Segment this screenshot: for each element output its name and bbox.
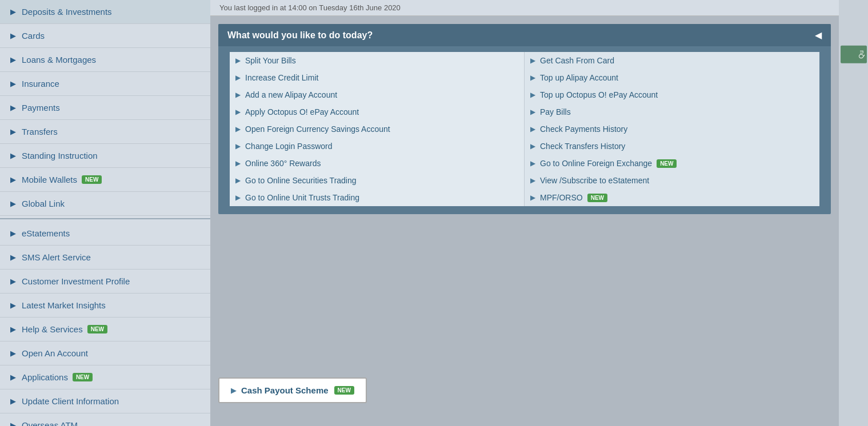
sidebar-item-label: Payments xyxy=(22,103,60,112)
arrow-icon: ▶ xyxy=(10,55,16,64)
arrow-icon: ▶ xyxy=(10,253,16,262)
new-badge: NEW xyxy=(657,159,677,168)
last-login-bar: You last logged in at 14:00 on Tuesday 1… xyxy=(210,0,839,16)
what-panel-header[interactable]: What would you like to do today? ◀ xyxy=(218,24,831,46)
arrow-icon: ▶ xyxy=(231,386,237,395)
sidebar-item-insurance[interactable]: ▶ Insurance xyxy=(0,72,210,96)
arrow-icon: ▶ xyxy=(10,103,16,112)
sidebar-item-cards[interactable]: ▶ Cards xyxy=(0,24,210,48)
cash-payout-box[interactable]: ▶ Cash Payout Scheme NEW xyxy=(218,377,367,403)
sidebar-item-customer-investment[interactable]: ▶ Customer Investment Profile xyxy=(0,270,210,294)
cash-payout-label[interactable]: Cash Payout Scheme xyxy=(241,385,329,395)
arrow-icon: ▶ xyxy=(10,325,16,333)
action-top-up-alipay[interactable]: ▶ Top up Alipay Account xyxy=(525,69,819,86)
action-label: Go to Online Foreign Exchange xyxy=(540,159,652,168)
quick-tab[interactable]: Qu xyxy=(841,46,867,63)
arrow-icon: ▶ xyxy=(530,125,535,133)
quick-tab-label: Qu xyxy=(858,50,865,59)
sidebar-item-standing-instruction[interactable]: ▶ Standing Instruction xyxy=(0,144,210,168)
collapse-arrow-icon[interactable]: ◀ xyxy=(815,30,822,41)
sidebar-item-applications[interactable]: ▶ Applications NEW xyxy=(0,365,210,389)
arrow-icon: ▶ xyxy=(10,229,16,238)
action-estatement[interactable]: ▶ View /Subscribe to eStatement xyxy=(525,172,819,189)
arrow-icon: ▶ xyxy=(10,277,16,286)
arrow-icon: ▶ xyxy=(10,199,16,208)
arrow-icon: ▶ xyxy=(235,125,241,133)
action-label: Top up Alipay Account xyxy=(540,73,618,82)
action-check-transfers[interactable]: ▶ Check Transfers History xyxy=(525,138,819,155)
sidebar: ▶ Deposits & Investments ▶ Cards ▶ Loans… xyxy=(0,0,210,426)
arrow-icon: ▶ xyxy=(235,74,241,82)
sidebar-item-label: Help & Services xyxy=(22,324,83,334)
sidebar-item-label: Transfers xyxy=(22,127,58,136)
arrow-icon: ▶ xyxy=(10,175,16,184)
arrow-icon: ▶ xyxy=(530,194,535,202)
action-unit-trusts[interactable]: ▶ Go to Online Unit Trusts Trading xyxy=(230,189,525,206)
arrow-icon: ▶ xyxy=(530,142,535,150)
action-label: MPF/ORSO xyxy=(540,193,583,202)
sidebar-item-sms-alert[interactable]: ▶ SMS Alert Service xyxy=(0,246,210,270)
sidebar-item-loans[interactable]: ▶ Loans & Mortgages xyxy=(0,48,210,72)
new-badge: NEW xyxy=(334,386,354,395)
action-increase-credit[interactable]: ▶ Increase Credit Limit xyxy=(230,69,525,86)
arrow-icon: ▶ xyxy=(10,151,16,160)
action-label: Check Transfers History xyxy=(540,142,625,151)
arrow-icon: ▶ xyxy=(10,7,16,16)
sidebar-item-label: Open An Account xyxy=(22,348,88,358)
sidebar-item-update-client[interactable]: ▶ Update Client Information xyxy=(0,389,210,413)
action-apply-octopus[interactable]: ▶ Apply Octopus O! ePay Account xyxy=(230,103,525,120)
arrow-icon: ▶ xyxy=(10,31,16,40)
sidebar-item-latest-market[interactable]: ▶ Latest Market Insights xyxy=(0,294,210,318)
arrow-icon: ▶ xyxy=(10,349,16,357)
action-check-payments[interactable]: ▶ Check Payments History xyxy=(525,120,819,138)
sidebar-item-global-link[interactable]: ▶ Global Link xyxy=(0,192,210,216)
action-get-cash[interactable]: ▶ Get Cash From Card xyxy=(525,52,819,69)
action-split-bills[interactable]: ▶ Split Your Bills xyxy=(230,52,525,69)
sidebar-item-label: Applications xyxy=(22,372,68,382)
sidebar-item-open-account[interactable]: ▶ Open An Account xyxy=(0,341,210,365)
action-label: Change Login Password xyxy=(245,142,333,151)
action-pay-bills[interactable]: ▶ Pay Bills xyxy=(525,103,819,120)
action-open-fx[interactable]: ▶ Open Foreign Currency Savings Account xyxy=(230,120,525,138)
arrow-icon: ▶ xyxy=(10,127,16,136)
action-label: Check Payments History xyxy=(540,124,627,134)
sidebar-item-transfers[interactable]: ▶ Transfers xyxy=(0,120,210,144)
arrow-icon: ▶ xyxy=(235,159,241,167)
arrow-icon: ▶ xyxy=(530,176,535,184)
sidebar-item-deposits[interactable]: ▶ Deposits & Investments xyxy=(0,0,210,24)
sidebar-item-label: Latest Market Insights xyxy=(22,300,106,310)
action-label: Apply Octopus O! ePay Account xyxy=(245,107,359,116)
sidebar-item-label: Standing Instruction xyxy=(22,151,98,160)
sidebar-item-payments[interactable]: ▶ Payments xyxy=(0,96,210,120)
arrow-icon: ▶ xyxy=(235,176,241,184)
sidebar-item-help-services[interactable]: ▶ Help & Services NEW xyxy=(0,318,210,341)
sidebar-item-label: eStatements xyxy=(22,228,70,238)
arrow-icon: ▶ xyxy=(10,373,16,381)
action-label: Top up Octopus O! ePay Account xyxy=(540,90,658,99)
arrow-icon: ▶ xyxy=(10,301,16,310)
sidebar-item-label: Update Client Information xyxy=(22,396,119,406)
sidebar-item-label: Global Link xyxy=(22,199,65,208)
last-login-text: You last logged in at 14:00 on Tuesday 1… xyxy=(219,3,401,12)
right-panel: Qu xyxy=(839,0,868,426)
new-badge: NEW xyxy=(73,373,93,381)
action-label: Get Cash From Card xyxy=(540,56,614,65)
arrow-icon: ▶ xyxy=(10,397,16,405)
main-content: You last logged in at 14:00 on Tuesday 1… xyxy=(210,0,839,426)
sidebar-item-label: Loans & Mortgages xyxy=(22,55,96,65)
action-add-alipay[interactable]: ▶ Add a new Alipay Account xyxy=(230,86,525,103)
action-online-fx[interactable]: ▶ Go to Online Foreign Exchange NEW xyxy=(525,155,819,172)
action-360-rewards[interactable]: ▶ Online 360° Rewards xyxy=(230,155,525,172)
sidebar-item-label: Insurance xyxy=(22,79,59,89)
sidebar-item-label: Cards xyxy=(22,31,45,41)
arrow-icon: ▶ xyxy=(530,108,535,116)
sidebar-item-overseas-atm[interactable]: ▶ Overseas ATM xyxy=(0,413,210,426)
sidebar-item-mobile-wallets[interactable]: ▶ Mobile Wallets NEW xyxy=(0,168,210,192)
action-top-up-octopus[interactable]: ▶ Top up Octopus O! ePay Account xyxy=(525,86,819,103)
action-securities[interactable]: ▶ Go to Online Securities Trading xyxy=(230,172,525,189)
sidebar-item-label: Customer Investment Profile xyxy=(22,276,130,286)
action-mpf-orso[interactable]: ▶ MPF/ORSO NEW xyxy=(525,189,819,206)
sidebar-item-estatements[interactable]: ▶ eStatements xyxy=(0,222,210,246)
arrow-icon: ▶ xyxy=(235,194,241,202)
action-change-password[interactable]: ▶ Change Login Password xyxy=(230,138,525,155)
